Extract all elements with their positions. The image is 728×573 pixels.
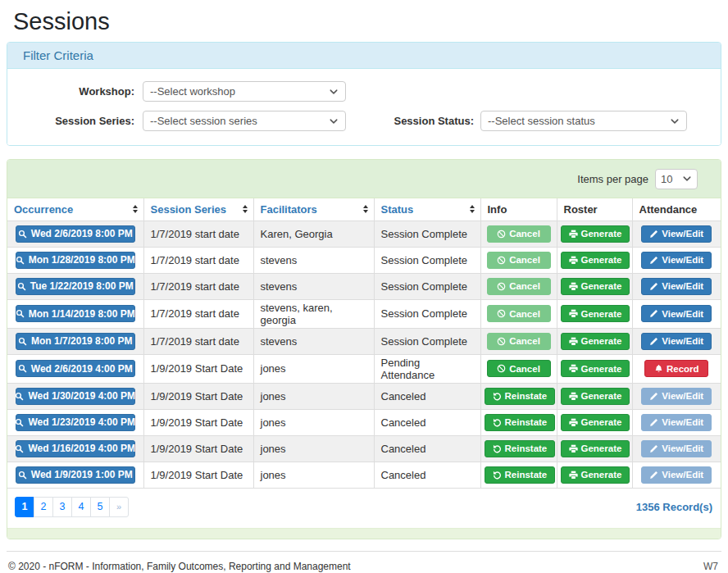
- column-header-session-series[interactable]: Session Series: [143, 198, 253, 221]
- generate-button[interactable]: Generate: [561, 333, 630, 350]
- occurrence-button[interactable]: Wed 1/30/2019 4:00 PM: [16, 388, 135, 405]
- facilitators-cell: jones: [253, 383, 374, 409]
- info-cell: Reinstate: [480, 462, 557, 488]
- session-series-select[interactable]: --Select session series: [143, 111, 346, 131]
- workshop-select-value: --Select workshop: [150, 85, 235, 98]
- view-edit-button[interactable]: View/Edit: [641, 278, 712, 295]
- reinstate-button[interactable]: Reinstate: [485, 388, 556, 405]
- session-series-cell: 1/9/2019 Start Date: [143, 409, 253, 435]
- occurrence-button[interactable]: Wed 1/23/2019 4:00 PM: [16, 414, 135, 431]
- rotate-ccw-icon: [493, 471, 502, 480]
- generate-button[interactable]: Generate: [561, 414, 630, 431]
- record-button[interactable]: Record: [644, 360, 708, 377]
- generate-button[interactable]: Generate: [561, 252, 630, 269]
- generate-button-label: Generate: [581, 281, 622, 291]
- occurrence-label: Wed 1/16/2019 4:00 PM: [28, 443, 135, 454]
- column-header-occurrence[interactable]: Occurrence: [7, 198, 143, 221]
- info-cell: Cancel: [480, 299, 557, 328]
- column-header-label: Occurrence: [14, 203, 73, 216]
- table-row: Wed 1/9/2019 1:00 PM1/9/2019 Start Datej…: [7, 462, 721, 488]
- sort-icon[interactable]: [470, 205, 475, 213]
- ban-icon: [497, 364, 506, 373]
- items-per-page-select[interactable]: 10: [655, 169, 698, 189]
- column-header-facilitators[interactable]: Facilitators: [253, 198, 374, 221]
- table-header-row: OccurrenceSession SeriesFacilitatorsStat…: [7, 198, 721, 221]
- session-series-cell: 1/7/2019 start date: [143, 328, 253, 354]
- workshop-select[interactable]: --Select workshop: [143, 81, 346, 102]
- reinstate-button[interactable]: Reinstate: [485, 414, 556, 431]
- generate-button[interactable]: Generate: [561, 278, 630, 295]
- reinstate-button[interactable]: Reinstate: [485, 466, 556, 484]
- attendance-cell: View/Edit: [632, 383, 721, 409]
- ban-icon: [497, 282, 506, 291]
- chevron-down-icon: [682, 174, 692, 184]
- column-header-status[interactable]: Status: [374, 198, 480, 221]
- chevron-down-icon: [329, 87, 339, 97]
- view-edit-button[interactable]: View/Edit: [641, 225, 712, 243]
- view-edit-button-label: View/Edit: [662, 443, 703, 453]
- generate-button-label: Generate: [581, 417, 622, 427]
- table-footer: 12345» 1356 Record(s): [7, 489, 721, 528]
- pagination-next[interactable]: »: [109, 497, 129, 517]
- occurrence-button[interactable]: Mon 1/14/2019 8:00 PM: [16, 305, 135, 322]
- pagination-page-5[interactable]: 5: [90, 497, 110, 517]
- occurrence-cell: Tue 1/22/2019 8:00 PM: [7, 273, 143, 299]
- session-status-select[interactable]: --Select session status: [480, 111, 687, 131]
- generate-button[interactable]: Generate: [561, 388, 630, 405]
- items-per-page-value: 10: [661, 173, 672, 185]
- session-series-cell: 1/9/2019 Start Date: [143, 354, 253, 383]
- occurrence-button[interactable]: Wed 1/16/2019 4:00 PM: [16, 440, 135, 457]
- generate-button[interactable]: Generate: [561, 466, 630, 484]
- table-row: Tue 1/22/2019 8:00 PM1/7/2019 start date…: [7, 273, 721, 299]
- occurrence-cell: Wed 2/6/2019 4:00 PM: [7, 354, 143, 383]
- generate-button[interactable]: Generate: [561, 305, 630, 322]
- occurrence-button[interactable]: Mon 1/28/2019 8:00 PM: [16, 252, 135, 269]
- attendance-cell: View/Edit: [632, 435, 721, 462]
- view-edit-button-label: View/Edit: [662, 391, 703, 401]
- filter-row-series-status: Session Series: --Select session series …: [20, 111, 708, 131]
- generate-button-label: Generate: [581, 309, 622, 319]
- items-per-page-label: Items per page: [577, 173, 648, 185]
- sessions-table-panel: Items per page 10 OccurrenceSession Seri…: [7, 159, 721, 539]
- pagination-page-3[interactable]: 3: [52, 497, 72, 517]
- occurrence-button[interactable]: Wed 1/9/2019 1:00 PM: [16, 466, 135, 484]
- pagination-page-1[interactable]: 1: [15, 497, 34, 517]
- occurrence-button[interactable]: Mon 1/7/2019 8:00 PM: [16, 333, 135, 350]
- attendance-cell: View/Edit: [632, 221, 721, 247]
- occurrence-label: Wed 2/6/2019 4:00 PM: [31, 363, 133, 375]
- status-cell: Canceled: [374, 435, 480, 462]
- ban-icon: [497, 309, 506, 318]
- occurrence-label: Wed 1/23/2019 4:00 PM: [28, 416, 135, 428]
- column-header-label: Attendance: [639, 203, 698, 216]
- pagination-page-2[interactable]: 2: [34, 497, 53, 517]
- reinstate-button[interactable]: Reinstate: [485, 440, 556, 457]
- occurrence-button[interactable]: Wed 2/6/2019 4:00 PM: [16, 360, 135, 377]
- view-edit-button[interactable]: View/Edit: [641, 305, 712, 322]
- pencil-icon: [649, 471, 658, 480]
- occurrence-label: Wed 2/6/2019 8:00 PM: [31, 228, 133, 239]
- pencil-icon: [649, 392, 658, 401]
- facilitators-cell: stevens: [253, 247, 374, 273]
- pagination-page-4[interactable]: 4: [71, 497, 91, 517]
- view-edit-button[interactable]: View/Edit: [641, 333, 712, 350]
- rotate-ccw-icon: [493, 392, 502, 401]
- filter-criteria-header[interactable]: Filter Criteria: [7, 43, 721, 69]
- view-edit-button[interactable]: View/Edit: [641, 252, 712, 269]
- status-cell: Session Complete: [374, 299, 480, 328]
- session-series-cell: 1/7/2019 start date: [143, 299, 253, 328]
- sort-icon[interactable]: [243, 205, 248, 213]
- occurrence-label: Wed 1/30/2019 4:00 PM: [28, 390, 135, 402]
- generate-button[interactable]: Generate: [561, 440, 630, 457]
- sort-icon[interactable]: [133, 205, 138, 213]
- occurrence-button[interactable]: Tue 1/22/2019 8:00 PM: [16, 278, 135, 295]
- table-row: Wed 1/23/2019 4:00 PM1/9/2019 Start Date…: [7, 409, 721, 435]
- roster-cell: Generate: [557, 273, 632, 299]
- cancel-button: Cancel: [487, 225, 551, 243]
- cancel-button[interactable]: Cancel: [487, 360, 551, 377]
- session-series-cell: 1/9/2019 Start Date: [143, 435, 253, 462]
- occurrence-button[interactable]: Wed 2/6/2019 8:00 PM: [16, 225, 135, 243]
- generate-button-label: Generate: [581, 391, 622, 401]
- generate-button[interactable]: Generate: [561, 225, 630, 243]
- generate-button[interactable]: Generate: [561, 360, 630, 377]
- sort-icon[interactable]: [363, 205, 368, 213]
